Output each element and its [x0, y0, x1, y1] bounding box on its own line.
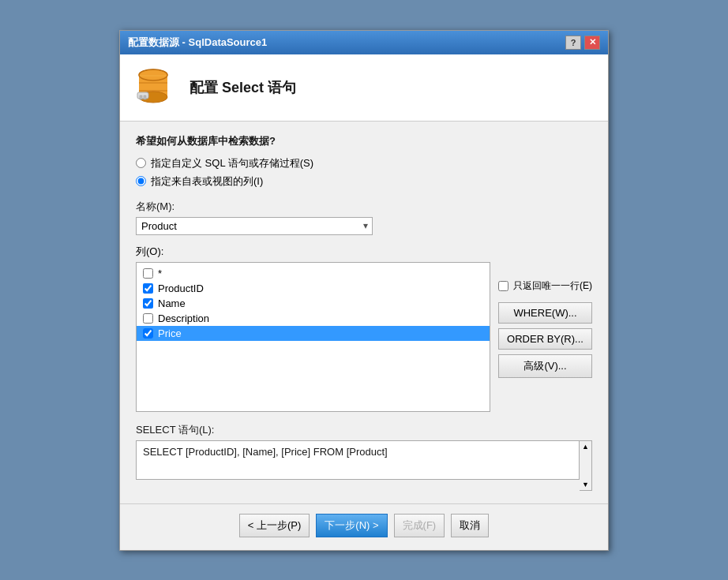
dialog-title: 配置数据源 - SqlDataSource1 [128, 36, 267, 50]
columns-list-wrapper: * ProductID Name Descripti [136, 262, 490, 412]
checkbox-description[interactable] [143, 313, 153, 324]
select-sql-text: SELECT [ProductID], [Name], [Price] FROM… [143, 446, 388, 458]
columns-label: 列(O): [136, 245, 592, 259]
dialog-header: 配置 Select 语句 [120, 54, 608, 122]
radio-custom-input[interactable] [136, 158, 146, 168]
prev-button[interactable]: < 上一步(P) [239, 514, 310, 537]
svg-rect-7 [137, 92, 148, 99]
checkbox-name[interactable] [143, 298, 153, 309]
list-item[interactable]: * [137, 266, 490, 281]
columns-section: * ProductID Name Descripti [136, 262, 592, 412]
help-button[interactable]: ? [565, 36, 581, 50]
svg-rect-3 [139, 75, 167, 77]
select-sql-display: SELECT [ProductID], [Name], [Price] FROM… [136, 440, 580, 480]
database-icon [136, 67, 177, 108]
return-one-row-option[interactable]: 只返回唯一一行(E) [498, 279, 592, 293]
col-description-label: Description [158, 312, 209, 324]
col-name-label: Name [158, 297, 186, 309]
list-item[interactable]: Name [137, 296, 490, 311]
list-item-selected[interactable]: Price [137, 326, 490, 341]
col-price-label: Price [158, 327, 182, 339]
radio-table-label: 指定来自表或视图的列(I) [151, 174, 263, 189]
right-panel: 只返回唯一一行(E) WHERE(W)... ORDER BY(R)... 高级… [498, 262, 592, 412]
col-productid-label: ProductID [158, 283, 204, 294]
radio-custom-label: 指定自定义 SQL 语句或存储过程(S) [151, 156, 313, 170]
name-section: 名称(M): Product [136, 200, 592, 235]
select-sql-container: SELECT [ProductID], [Name], [Price] FROM… [136, 440, 592, 491]
return-one-row-label: 只返回唯一一行(E) [513, 279, 592, 293]
select-label: SELECT 语句(L): [136, 423, 592, 437]
finish-button[interactable]: 完成(F) [394, 514, 445, 537]
dialog: 配置数据源 - SqlDataSource1 ? ✕ [119, 30, 609, 551]
list-item[interactable]: Description [137, 311, 490, 326]
list-item[interactable]: ProductID [137, 281, 490, 296]
name-dropdown-wrapper: Product [136, 217, 373, 235]
next-button[interactable]: 下一步(N) > [316, 514, 387, 537]
radio-custom-option[interactable]: 指定自定义 SQL 语句或存储过程(S) [136, 156, 592, 170]
page-title: 配置 Select 语句 [190, 78, 296, 97]
scroll-up-arrow[interactable]: ▲ [582, 443, 589, 451]
radio-table-option[interactable]: 指定来自表或视图的列(I) [136, 174, 592, 189]
title-bar-buttons: ? ✕ [565, 36, 600, 50]
checkbox-productid[interactable] [143, 283, 153, 294]
dialog-body: 希望如何从数据库中检索数据? 指定自定义 SQL 语句或存储过程(S) 指定来自… [120, 122, 608, 503]
footer-buttons: < 上一步(P) 下一步(N) > 完成(F) 取消 [120, 503, 608, 550]
section-label: 希望如何从数据库中检索数据? [136, 134, 592, 148]
columns-list: * ProductID Name Descripti [136, 262, 490, 412]
svg-rect-9 [144, 95, 146, 99]
name-label: 名称(M): [136, 200, 592, 214]
svg-rect-8 [140, 95, 142, 99]
checkbox-price[interactable] [143, 328, 153, 339]
close-button[interactable]: ✕ [584, 36, 600, 50]
sql-scrollbar[interactable]: ▲ ▼ [580, 440, 592, 491]
checkbox-star[interactable] [143, 268, 153, 279]
radio-table-input[interactable] [136, 176, 146, 186]
title-bar: 配置数据源 - SqlDataSource1 ? ✕ [120, 31, 608, 54]
col-star-label: * [158, 268, 162, 279]
order-by-button[interactable]: ORDER BY(R)... [498, 328, 592, 350]
name-dropdown[interactable]: Product [136, 217, 373, 235]
advanced-button[interactable]: 高级(V)... [498, 354, 592, 378]
radio-group: 指定自定义 SQL 语句或存储过程(S) 指定来自表或视图的列(I) [136, 156, 592, 189]
scroll-down-arrow[interactable]: ▼ [582, 481, 589, 488]
cancel-button[interactable]: 取消 [451, 514, 489, 537]
return-one-row-checkbox[interactable] [498, 281, 508, 291]
where-button[interactable]: WHERE(W)... [498, 302, 592, 324]
